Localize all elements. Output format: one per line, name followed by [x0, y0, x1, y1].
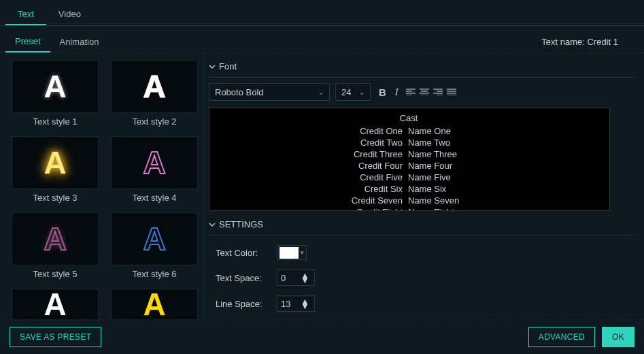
- preset-item[interactable]: A: [10, 289, 101, 319]
- text-name-value: Credit 1: [587, 37, 618, 47]
- italic-button[interactable]: I: [394, 85, 400, 99]
- font-family-select[interactable]: Roboto Bold⌄: [209, 83, 330, 101]
- text-space-input[interactable]: ▲▼: [277, 270, 315, 286]
- tab-text[interactable]: Text: [5, 4, 46, 25]
- advanced-button[interactable]: ADVANCED: [528, 327, 595, 347]
- preset-item[interactable]: A: [109, 289, 200, 319]
- subtab-preset[interactable]: Preset: [5, 31, 50, 52]
- preset-item[interactable]: AText style 1: [10, 60, 101, 132]
- bold-button[interactable]: B: [377, 85, 388, 99]
- save-preset-button[interactable]: SAVE AS PRESET: [10, 327, 101, 347]
- line-space-label: Line Space:: [216, 299, 277, 309]
- align-right-button[interactable]: [433, 88, 443, 95]
- text-color-label: Text Color:: [216, 248, 277, 258]
- subtab-animation[interactable]: Animation: [50, 32, 109, 52]
- chevron-down-icon: [209, 63, 216, 70]
- align-center-button[interactable]: [420, 88, 429, 95]
- preset-grid: AText style 1 AText style 2 AText style …: [0, 53, 204, 319]
- sub-tabs: Preset Animation Text name: Credit 1: [0, 26, 644, 53]
- align-justify-button[interactable]: [447, 88, 456, 95]
- line-space-input[interactable]: ▲▼: [277, 295, 315, 312]
- preset-item[interactable]: AText style 4: [109, 136, 200, 208]
- preset-item[interactable]: AText style 6: [109, 212, 200, 285]
- chevron-down-icon: ⌄: [359, 88, 365, 96]
- section-font[interactable]: Font: [209, 61, 634, 71]
- ok-button[interactable]: OK: [602, 327, 634, 347]
- chevron-down-icon: ▾: [299, 249, 306, 256]
- step-down-icon[interactable]: ▼: [301, 278, 309, 283]
- step-down-icon[interactable]: ▼: [301, 304, 309, 308]
- footer: SAVE AS PRESET ADVANCED OK: [0, 319, 644, 354]
- text-color-picker[interactable]: ▾: [277, 245, 307, 260]
- text-editor[interactable]: CastCredit OneName OneCredit TwoName Two…: [209, 108, 610, 211]
- section-settings[interactable]: SETTINGS: [209, 219, 634, 229]
- text-name-label: Text name: Credit 1: [541, 37, 639, 47]
- top-tabs: Text Video: [0, 0, 644, 26]
- preset-item[interactable]: AText style 2: [109, 60, 200, 132]
- chevron-down-icon: [209, 221, 216, 228]
- preset-item[interactable]: AText style 3: [10, 136, 101, 208]
- tab-video[interactable]: Video: [46, 4, 93, 25]
- chevron-down-icon: ⌄: [318, 88, 324, 96]
- font-size-select[interactable]: 24⌄: [335, 83, 371, 101]
- text-space-label: Text Space:: [216, 273, 277, 283]
- align-left-button[interactable]: [406, 88, 416, 95]
- preset-item[interactable]: AText style 5: [10, 212, 101, 285]
